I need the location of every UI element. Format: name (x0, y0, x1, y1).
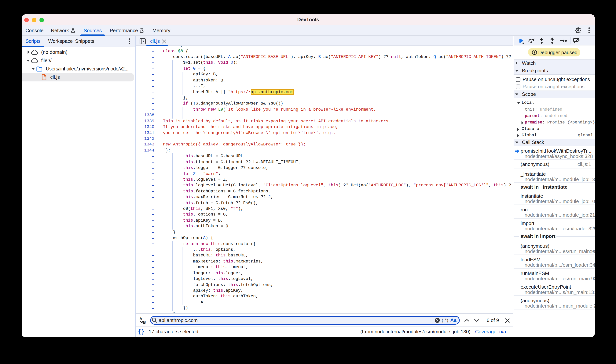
svg-text:A: A (139, 317, 142, 321)
svg-text:B: B (143, 320, 145, 324)
